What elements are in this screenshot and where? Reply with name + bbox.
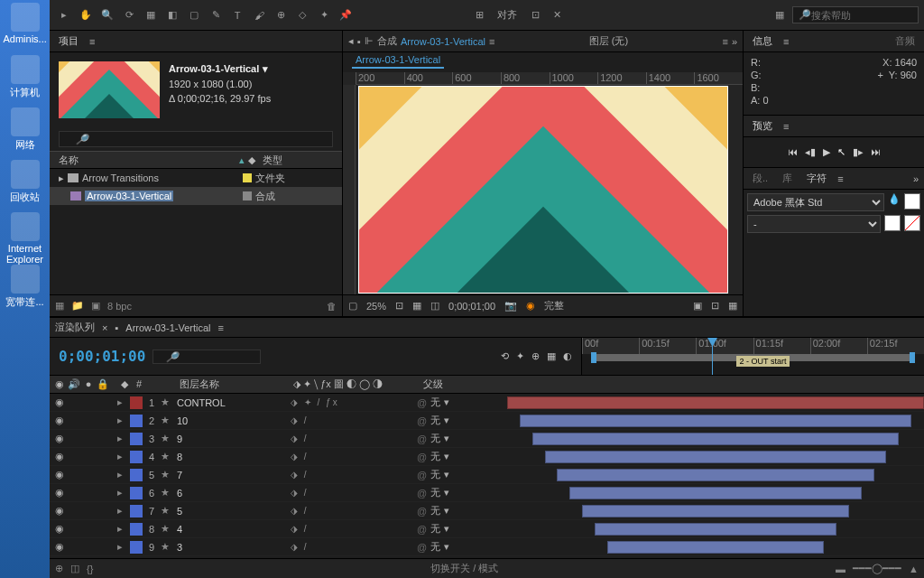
panel-menu-icon[interactable]: ≡ [89, 36, 95, 47]
layer-switches[interactable]: ⬗ / [291, 415, 417, 425]
selection-tool[interactable]: ▸ [55, 6, 73, 24]
char-overflow-icon[interactable]: » [913, 173, 919, 184]
snap-opt1[interactable]: ⊡ [526, 6, 544, 24]
para-tab[interactable]: 段.. [749, 170, 772, 187]
layer-color[interactable] [130, 451, 143, 463]
type-tool[interactable]: T [228, 6, 246, 24]
pickwhip-icon[interactable]: @ [417, 415, 427, 426]
char-tab[interactable]: 字符 [803, 170, 830, 187]
tf-icon1[interactable]: ⊕ [55, 563, 63, 574]
layer-name[interactable]: 9 [173, 434, 291, 444]
col-type[interactable]: 类型 [259, 154, 342, 167]
desktop-icon[interactable]: 宽带连... [4, 265, 47, 314]
mag-icon[interactable]: ▢ [348, 300, 357, 312]
layer-track[interactable] [507, 412, 924, 430]
layer-track[interactable] [507, 448, 924, 466]
project-tab[interactable]: 项目 [55, 33, 82, 50]
timeline-comp-tab[interactable]: Arrow-03-1-Vertical [125, 322, 210, 333]
time-ruler[interactable]: 00f00:15f01:00f01:15f02:00f02:15f [582, 338, 924, 354]
preview-tab[interactable]: 预览 [749, 117, 776, 135]
render-queue-tab[interactable]: 渲染队列 [55, 321, 95, 334]
pickwhip-icon[interactable]: @ [417, 452, 427, 462]
tf-icon2[interactable]: ◫ [70, 563, 79, 574]
layer-color[interactable] [130, 433, 143, 445]
pen-tool[interactable]: ✎ [207, 6, 225, 24]
comp-tab-name[interactable]: Arrow-03-1-Vertical [401, 36, 485, 47]
parent-value[interactable]: 无 [430, 414, 440, 427]
layer-switches[interactable]: ⬗ ✦ / ƒx [291, 397, 417, 407]
layer-row[interactable]: ◉ ▸ 4 ★ 8 ⬗ / @无▾ [50, 448, 924, 466]
desktop-icon[interactable]: Adminis... [4, 3, 47, 52]
expand-icon[interactable]: ▸ [117, 415, 130, 426]
playhead[interactable] [712, 338, 713, 375]
layer-switches[interactable]: ⬗ / [291, 524, 417, 534]
zoom-in-icon[interactable]: ▲ [909, 564, 919, 574]
layer-switches[interactable]: ⬗ / [291, 542, 417, 552]
panel-menu2-icon[interactable]: ≡ [722, 36, 727, 47]
stroke-swatch2[interactable] [904, 215, 920, 231]
parent-value[interactable]: 无 [430, 450, 440, 463]
audio-tab[interactable]: 音频 [892, 33, 919, 50]
prev-frame-icon[interactable]: ◂▮ [805, 146, 816, 158]
expand-icon[interactable]: ▸ [117, 487, 130, 499]
last-frame-icon[interactable]: ⏭ [871, 146, 881, 158]
shape-tool[interactable]: ▢ [185, 6, 203, 24]
label-col-icon[interactable]: ◆ [245, 154, 259, 166]
trash-icon[interactable]: 🗑 [327, 301, 337, 312]
char-menu-icon[interactable]: ≡ [837, 173, 843, 184]
layer-switches[interactable]: ⬗ / [291, 506, 417, 516]
desktop-icon[interactable]: 计算机 [4, 55, 47, 105]
timeline-search[interactable] [152, 350, 261, 364]
layer-row[interactable]: ◉ ▸ 1 ★ CONTROL ⬗ ✦ / ƒx @无▾ [50, 394, 924, 412]
layer-name[interactable]: 5 [173, 506, 291, 517]
tf-icon3[interactable]: {} [87, 564, 93, 574]
zoom-out-icon[interactable]: ▬ [836, 564, 845, 574]
layer-color[interactable] [130, 415, 143, 427]
layer-name[interactable]: 7 [173, 470, 291, 480]
channel-icon[interactable]: ◉ [526, 300, 535, 312]
visibility-icon[interactable]: ◉ [53, 541, 66, 553]
layer-color[interactable] [130, 541, 143, 554]
nav-back-icon[interactable]: ◂ [348, 35, 354, 47]
layer-track[interactable] [507, 520, 924, 538]
workspace-icon[interactable]: ▦ [771, 6, 789, 24]
folder-icon[interactable]: 📁 [71, 300, 84, 312]
layer-row[interactable]: ◉ ▸ 2 ★ 10 ⬗ / @无▾ [50, 412, 924, 430]
col-layer-name[interactable]: 图层名称 [176, 378, 293, 391]
expand-icon[interactable]: ▸ [117, 505, 130, 517]
bpc-label[interactable]: 8 bpc [107, 301, 132, 312]
stroke-swatch1[interactable] [884, 215, 901, 231]
composition-viewer[interactable]: 2004006008001000120014001600 [343, 72, 743, 294]
fill-swatch[interactable] [904, 193, 920, 210]
layer-row[interactable]: ◉ ▸ 3 ★ 9 ⬗ / @无▾ [50, 430, 924, 448]
layer-row[interactable]: ◉ ▸ 8 ★ 4 ⬗ / @无▾ [50, 520, 924, 538]
search-help-box[interactable]: 🔎 [792, 6, 919, 23]
visibility-icon[interactable]: ◉ [53, 433, 66, 444]
puppet-tool[interactable]: 📌 [337, 6, 355, 24]
mask-icon[interactable]: ◫ [430, 300, 439, 312]
layer-name[interactable]: 3 [173, 542, 291, 553]
parent-value[interactable]: 无 [430, 522, 440, 536]
layer-switches[interactable]: ⬗ / [291, 470, 417, 480]
layer-row[interactable]: ◉ ▸ 9 ★ 3 ⬗ / @无▾ [50, 538, 924, 556]
info-tab[interactable]: 信息 [749, 33, 776, 50]
zoom-value[interactable]: 25% [366, 301, 386, 312]
interpret-icon[interactable]: ▦ [55, 300, 64, 312]
snap-icon[interactable]: ⊞ [470, 6, 488, 24]
layer-name[interactable]: 10 [173, 415, 291, 426]
view-opt2-icon[interactable]: ⊡ [711, 300, 719, 312]
zoom-slider[interactable]: ━━━◯━━━ [853, 563, 901, 574]
project-item[interactable]: ▸ Arrow Transitions 文件夹 [50, 169, 342, 187]
tab-close-icon[interactable]: × [102, 322, 107, 333]
layer-track[interactable] [507, 502, 924, 520]
font-style-select[interactable]: - [747, 215, 881, 233]
layer-track[interactable] [507, 484, 924, 502]
dropdown-icon[interactable]: ▾ [263, 61, 268, 77]
layer-name[interactable]: 4 [173, 524, 291, 535]
search-help-input[interactable] [811, 10, 912, 21]
eraser-tool[interactable]: ◇ [293, 6, 311, 24]
expand-icon[interactable]: ▸ [117, 469, 130, 480]
visibility-icon[interactable]: ◉ [53, 523, 66, 535]
comp-new-icon[interactable]: ▣ [91, 300, 100, 312]
expand-icon[interactable]: ▸ [117, 433, 130, 444]
